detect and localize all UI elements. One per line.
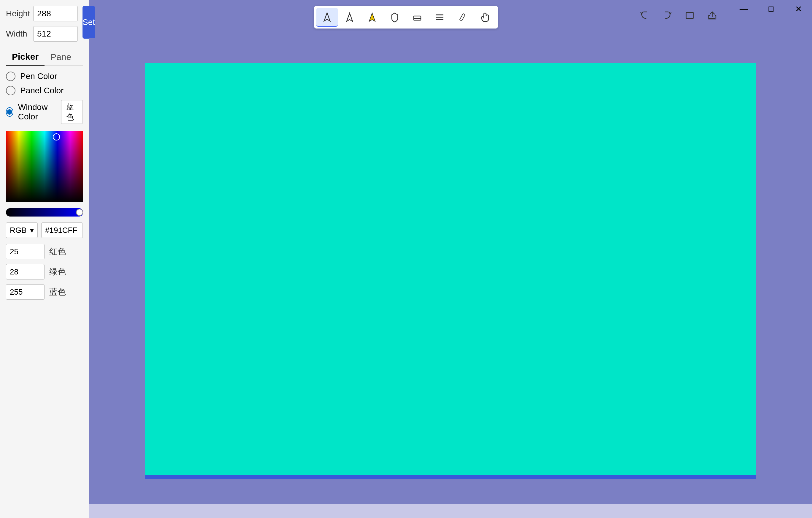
set-button[interactable]: Set — [83, 6, 95, 38]
gradient-overlay — [6, 131, 83, 202]
tab-pane[interactable]: Pane — [45, 49, 77, 65]
left-panel: Height Width Set Picker Pane Pen Color P… — [0, 0, 89, 518]
canvas-content[interactable] — [145, 63, 756, 479]
blue-label: 蓝色 — [49, 286, 66, 298]
svg-marker-3 — [369, 13, 375, 21]
redo-button[interactable] — [657, 6, 678, 25]
pen-color-radio[interactable] — [6, 72, 16, 81]
hue-thumb — [76, 209, 83, 216]
toolbar-pencil[interactable] — [452, 8, 473, 27]
toolbar-eraser[interactable] — [407, 8, 428, 27]
svg-marker-0 — [324, 13, 330, 21]
window-color-radio[interactable] — [6, 107, 13, 117]
panel-color-radio[interactable] — [6, 86, 16, 96]
height-input[interactable] — [33, 6, 78, 21]
toolbar-lines[interactable] — [429, 8, 451, 27]
window-color-label: Window Color — [18, 103, 57, 121]
red-input[interactable] — [6, 244, 45, 259]
color-mode-select[interactable]: RGB ▾ — [6, 222, 38, 238]
bottom-bar — [89, 504, 812, 518]
color-picker-gradient[interactable] — [6, 131, 83, 202]
green-input[interactable] — [6, 264, 45, 279]
pen-color-option[interactable]: Pen Color — [6, 72, 83, 81]
size-controls: Height Width Set — [6, 6, 83, 42]
red-label: 红色 — [49, 246, 66, 257]
pen-color-label: Pen Color — [20, 72, 57, 81]
color-mode-row: RGB ▾ — [6, 222, 83, 238]
toolbar-bucket[interactable] — [361, 8, 383, 27]
toolbar-hand[interactable] — [474, 8, 496, 27]
undo-button[interactable] — [634, 6, 655, 25]
toolbar-pen-down[interactable] — [316, 8, 338, 27]
right-toolbar — [634, 6, 723, 25]
color-mode-chevron: ▾ — [30, 226, 34, 235]
export-button[interactable] — [702, 6, 723, 25]
height-label: Height — [6, 9, 30, 19]
title-bar: — □ ✕ — [730, 0, 812, 18]
color-target-group: Pen Color Panel Color Window Color 蓝色 — [6, 72, 83, 124]
window-color-badge: 蓝色 — [61, 100, 83, 124]
width-label: Width — [6, 29, 30, 38]
svg-rect-9 — [460, 13, 465, 21]
width-input[interactable] — [33, 26, 78, 42]
window-color-option[interactable]: Window Color 蓝色 — [6, 100, 83, 124]
width-row: Width — [6, 26, 78, 42]
minimize-button[interactable]: — — [730, 0, 757, 18]
toolbar-pen-up[interactable] — [339, 8, 360, 27]
height-row: Height — [6, 6, 78, 21]
canvas-button[interactable] — [679, 6, 700, 25]
svg-rect-10 — [686, 12, 693, 19]
panel-color-option[interactable]: Panel Color — [6, 86, 83, 96]
toolbar-shield[interactable] — [384, 8, 405, 27]
blue-row: 蓝色 — [6, 284, 83, 300]
tabs: Picker Pane — [6, 49, 83, 66]
green-row: 绿色 — [6, 264, 83, 279]
close-button[interactable]: ✕ — [785, 0, 812, 18]
red-row: 红色 — [6, 244, 83, 259]
hue-slider-container — [6, 208, 83, 217]
hue-slider[interactable] — [6, 208, 83, 217]
canvas-area — [89, 38, 812, 504]
green-label: 绿色 — [49, 266, 66, 277]
blue-input[interactable] — [6, 284, 45, 300]
hex-input[interactable] — [41, 222, 83, 238]
main-toolbar — [314, 6, 498, 28]
tab-picker[interactable]: Picker — [6, 49, 45, 66]
maximize-button[interactable]: □ — [757, 0, 785, 18]
color-mode-label: RGB — [10, 226, 26, 235]
panel-color-label: Panel Color — [20, 86, 63, 96]
